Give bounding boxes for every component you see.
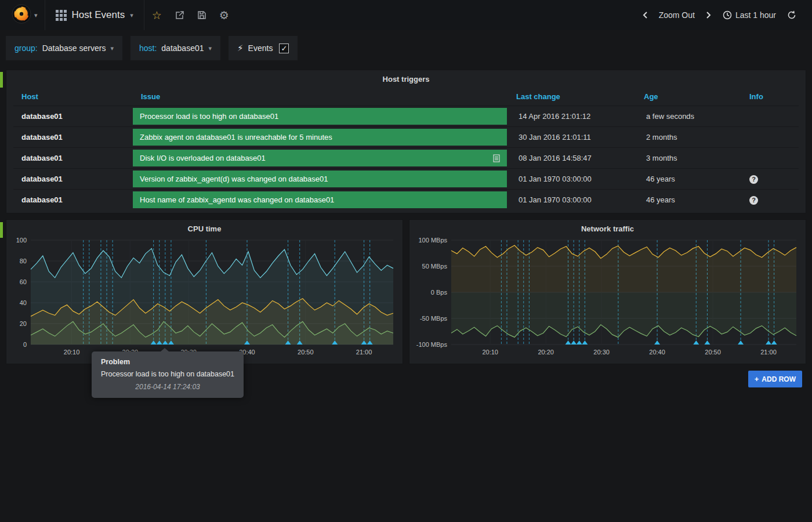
svg-text:20:50: 20:50 (298, 349, 314, 356)
svg-text:0 Bps: 0 Bps (431, 289, 448, 296)
svg-text:0: 0 (23, 341, 27, 348)
help-icon[interactable]: ? (749, 175, 758, 184)
host-value: database01 (161, 44, 204, 53)
chevron-down-icon: ▾ (110, 45, 114, 52)
grafana-logo-menu[interactable]: ▾ (6, 0, 44, 30)
panel-title-network-traffic[interactable]: Network traffic (409, 220, 806, 233)
column-header-last-change[interactable]: Last change (508, 88, 636, 106)
add-row-button[interactable]: + ADD ROW (748, 371, 802, 387)
dashboard-settings-button[interactable]: ⚙ (219, 9, 229, 22)
issue-badge: Disk I/O is overloaded on database01 (133, 150, 507, 166)
plus-icon: + (755, 375, 759, 383)
chevron-down-icon: ▾ (34, 12, 38, 19)
table-row: database01 Disk I/O is overloaded on dat… (13, 148, 799, 169)
svg-text:20: 20 (20, 320, 27, 327)
help-icon[interactable]: ? (749, 196, 758, 205)
triggers-table: Host Issue Last change Age Info database… (13, 88, 799, 210)
time-picker-button[interactable]: Last 1 hour (720, 10, 778, 20)
column-header-host[interactable]: Host (13, 88, 133, 106)
navbar: ▾ Host Events ▾ ☆ (0, 0, 812, 30)
row-handle[interactable] (0, 222, 3, 238)
network-traffic-graph[interactable]: -100 MBps-50 MBps0 Bps50 MBps100 MBps20:… (411, 234, 804, 358)
issue-text: Zabbix agent on database01 is unreachabl… (140, 133, 332, 142)
save-icon (197, 10, 206, 20)
chevron-down-icon: ▾ (209, 45, 212, 52)
issue-badge: Host name of zabbix_agentd was changed o… (133, 191, 507, 208)
add-row-label: ADD ROW (762, 375, 796, 383)
chevron-left-icon (642, 11, 648, 19)
host-cell: database01 (13, 148, 133, 169)
svg-text:40: 40 (20, 299, 27, 306)
check-icon: ✓ (281, 44, 287, 53)
svg-text:21:00: 21:00 (760, 349, 777, 356)
cpu-time-graph[interactable]: 02040608010020:1020:2020:3020:4020:5021:… (8, 234, 401, 358)
grafana-dashboard: ▾ Host Events ▾ ☆ (0, 0, 812, 522)
column-header-info[interactable]: Info (741, 88, 799, 106)
grafana-logo-icon (12, 4, 31, 26)
svg-text:60: 60 (20, 278, 27, 285)
last-change-cell: 01 Jan 1970 03:00:00 (508, 190, 636, 211)
refresh-button[interactable] (787, 10, 796, 20)
time-back-button[interactable] (642, 11, 648, 19)
svg-text:20:10: 20:10 (64, 349, 80, 356)
host-label: host: (139, 44, 157, 53)
panel-title-cpu-time[interactable]: CPU time (6, 220, 403, 233)
host-cell: database01 (13, 169, 133, 190)
age-cell: a few seconds (636, 106, 741, 127)
svg-text:20:20: 20:20 (538, 349, 554, 356)
last-change-cell: 30 Jan 2016 21:01:11 (508, 127, 636, 148)
column-header-issue[interactable]: Issue (133, 88, 508, 106)
row-handle[interactable] (0, 72, 3, 88)
variable-group-dropdown[interactable]: group: Database servers ▾ (6, 36, 122, 60)
description-icon[interactable] (493, 154, 500, 162)
svg-text:20:40: 20:40 (649, 349, 665, 356)
table-row: database01 Zabbix agent on database01 is… (13, 127, 799, 148)
template-variables-row: group: Database servers ▾ host: database… (0, 30, 812, 60)
host-cell: database01 (13, 190, 133, 211)
panel-title-host-triggers[interactable]: Host triggers (6, 70, 806, 84)
svg-text:50 MBps: 50 MBps (422, 263, 448, 270)
group-label: group: (14, 44, 38, 53)
table-row: database01 Host name of zabbix_agentd wa… (13, 190, 799, 211)
column-header-age[interactable]: Age (636, 88, 741, 106)
issue-text: Host name of zabbix_agentd was changed o… (140, 195, 334, 204)
svg-text:20:30: 20:30 (593, 349, 610, 356)
svg-text:100 MBps: 100 MBps (418, 237, 447, 244)
tooltip-text: Processor load is too high on database01 (101, 370, 234, 378)
issue-text: Processor load is too high on database01 (140, 112, 278, 121)
age-cell: 46 years (636, 190, 741, 211)
navbar-divider (45, 0, 45, 30)
host-cell: database01 (13, 127, 133, 148)
last-change-cell: 01 Jan 1970 03:00:00 (508, 169, 636, 190)
refresh-icon (787, 10, 796, 20)
lightning-icon: ⚡ (237, 43, 244, 53)
star-dashboard-button[interactable]: ☆ (152, 9, 162, 22)
dashboard-title: Host Events (72, 9, 125, 21)
share-icon (175, 10, 184, 20)
svg-text:-50 MBps: -50 MBps (420, 315, 448, 322)
issue-badge: Processor load is too high on database01 (133, 108, 507, 125)
age-cell: 2 months (636, 127, 741, 148)
age-cell: 46 years (636, 169, 741, 190)
svg-text:-100 MBps: -100 MBps (416, 341, 448, 348)
dashboard-picker[interactable]: Host Events ▾ (46, 0, 143, 30)
tooltip-arrow (161, 348, 169, 351)
zoom-out-button[interactable]: Zoom Out (657, 10, 697, 20)
issue-badge: Version of zabbix_agent(d) was changed o… (133, 171, 507, 187)
svg-text:20:10: 20:10 (482, 349, 498, 356)
table-row: database01 Processor load is too high on… (13, 106, 799, 127)
annotations-events-toggle[interactable]: ⚡ Events ✓ (229, 36, 298, 60)
group-value: Database servers (42, 44, 106, 53)
svg-text:20:50: 20:50 (705, 349, 721, 356)
time-forward-button[interactable] (706, 11, 712, 19)
events-label: Events (248, 44, 273, 53)
issue-badge: Zabbix agent on database01 is unreachabl… (133, 129, 507, 146)
save-dashboard-button[interactable] (197, 10, 206, 20)
tooltip-title: Problem (101, 358, 234, 366)
events-checkbox[interactable]: ✓ (279, 44, 289, 53)
variable-host-dropdown[interactable]: host: database01 ▾ (130, 36, 220, 60)
dashboard-grid-icon (56, 10, 67, 21)
gear-icon: ⚙ (219, 9, 229, 22)
last-change-cell: 08 Jan 2016 14:58:47 (508, 148, 636, 169)
share-dashboard-button[interactable] (175, 10, 184, 20)
